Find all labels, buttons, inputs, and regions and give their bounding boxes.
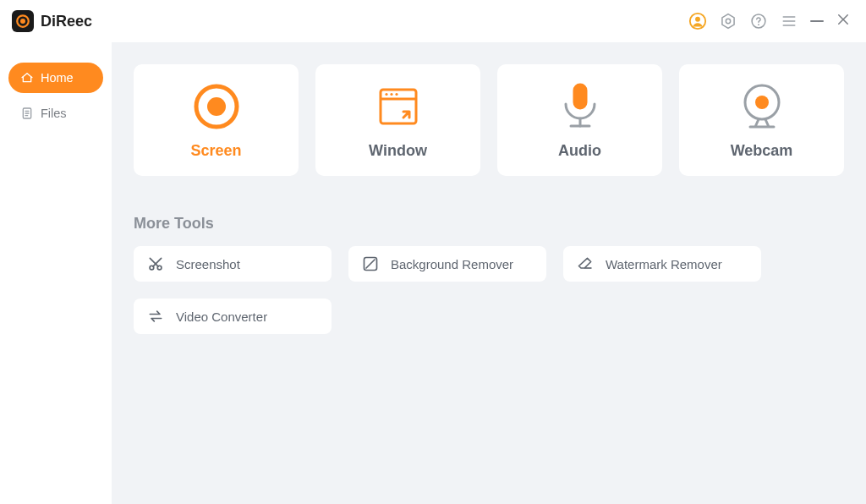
scissors-icon	[147, 255, 164, 272]
window-icon	[375, 81, 421, 132]
tool-label: Background Remover	[391, 257, 513, 271]
menu-icon[interactable]	[780, 12, 798, 30]
svg-point-3	[695, 17, 700, 22]
svg-line-35	[366, 260, 375, 268]
app-logo	[12, 10, 34, 32]
app-name: DiReec	[41, 13, 92, 30]
tool-label: Watermark Remover	[606, 257, 722, 271]
svg-point-23	[395, 92, 397, 95]
svg-point-5	[726, 19, 730, 23]
tool-background-remover[interactable]: Background Remover	[348, 246, 546, 282]
svg-point-18	[207, 97, 226, 116]
svg-point-7	[758, 24, 759, 25]
minimize-icon[interactable]	[810, 20, 824, 22]
settings-icon[interactable]	[719, 12, 737, 30]
mode-cards: Screen Window Audio	[134, 64, 844, 176]
mode-card-label: Screen	[190, 142, 241, 160]
sidebar-item-home[interactable]: Home	[8, 63, 103, 93]
svg-marker-4	[722, 14, 734, 29]
mode-card-window[interactable]: Window	[315, 64, 480, 176]
titlebar-actions	[688, 12, 851, 31]
screen-record-icon	[190, 81, 243, 132]
tool-label: Video Converter	[176, 310, 267, 324]
home-icon	[20, 71, 34, 85]
mode-card-label: Audio	[558, 142, 601, 160]
main-panel: Screen Window Audio	[112, 42, 866, 504]
mode-card-audio[interactable]: Audio	[497, 64, 662, 176]
tool-watermark-remover[interactable]: Watermark Remover	[563, 246, 761, 282]
tool-label: Screenshot	[176, 257, 240, 271]
svg-point-1	[20, 19, 25, 24]
files-icon	[20, 107, 34, 120]
microphone-icon	[556, 81, 604, 132]
mode-card-screen[interactable]: Screen	[134, 64, 299, 176]
svg-point-29	[755, 96, 769, 109]
svg-point-21	[385, 92, 387, 95]
tool-video-converter[interactable]: Video Converter	[134, 299, 332, 334]
titlebar: DiReec	[0, 0, 866, 42]
svg-rect-25	[574, 85, 586, 108]
tool-screenshot[interactable]: Screenshot	[134, 246, 332, 282]
sidebar-item-label: Home	[41, 71, 74, 85]
tools-list: Screenshot Background Remover Watermark …	[134, 246, 844, 334]
help-icon[interactable]	[749, 12, 768, 30]
background-remover-icon	[362, 255, 379, 272]
more-tools-title: More Tools	[134, 215, 844, 233]
sidebar: Home Files	[0, 42, 112, 504]
brand: DiReec	[12, 10, 92, 32]
sidebar-item-files[interactable]: Files	[8, 98, 103, 129]
close-icon[interactable]	[836, 12, 851, 31]
swap-icon	[147, 308, 164, 325]
mode-card-label: Window	[369, 142, 427, 160]
account-icon[interactable]	[688, 12, 707, 30]
webcam-icon	[737, 81, 787, 132]
sidebar-item-label: Files	[41, 107, 67, 120]
mode-card-label: Webcam	[731, 142, 793, 160]
svg-point-22	[390, 92, 392, 95]
eraser-icon	[577, 255, 594, 272]
mode-card-webcam[interactable]: Webcam	[679, 64, 844, 176]
